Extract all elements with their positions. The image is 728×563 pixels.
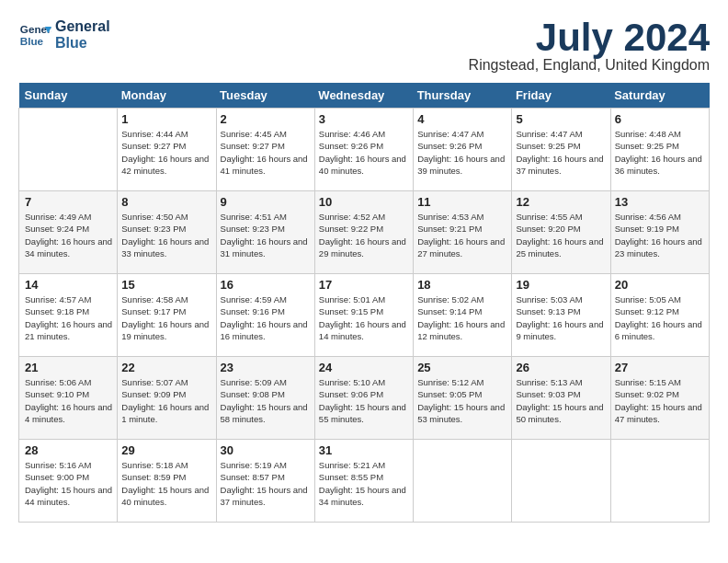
day-info: Sunrise: 5:16 AM Sunset: 9:00 PM Dayligh… bbox=[25, 459, 113, 508]
weekday-header-monday: Monday bbox=[118, 83, 216, 109]
day-number: 26 bbox=[516, 361, 606, 374]
week-row-1: 1 Sunrise: 4:44 AM Sunset: 9:27 PM Dayli… bbox=[19, 109, 710, 191]
day-number: 25 bbox=[417, 361, 507, 374]
day-number: 13 bbox=[615, 195, 705, 209]
calendar-cell: 1 Sunrise: 4:44 AM Sunset: 9:27 PM Dayli… bbox=[118, 109, 216, 191]
day-info: Sunrise: 4:59 AM Sunset: 9:16 PM Dayligh… bbox=[221, 293, 311, 342]
day-info: Sunrise: 4:44 AM Sunset: 9:27 PM Dayligh… bbox=[121, 128, 211, 177]
day-info: Sunrise: 4:53 AM Sunset: 9:21 PM Dayligh… bbox=[417, 211, 507, 259]
weekday-header-thursday: Thursday bbox=[414, 83, 512, 109]
svg-text:Blue: Blue bbox=[20, 35, 44, 47]
calendar-cell bbox=[610, 440, 709, 523]
day-number: 16 bbox=[221, 278, 311, 292]
day-number: 30 bbox=[221, 443, 311, 457]
day-info: Sunrise: 4:49 AM Sunset: 9:24 PM Dayligh… bbox=[25, 211, 113, 259]
day-number: 5 bbox=[516, 112, 606, 126]
calendar-cell: 21 Sunrise: 5:06 AM Sunset: 9:10 PM Dayl… bbox=[19, 357, 118, 440]
calendar-cell: 12 Sunrise: 4:55 AM Sunset: 9:20 PM Dayl… bbox=[512, 191, 610, 274]
day-number: 10 bbox=[319, 195, 409, 209]
calendar-cell: 30 Sunrise: 5:19 AM Sunset: 8:57 PM Dayl… bbox=[216, 440, 314, 523]
day-number: 18 bbox=[417, 278, 507, 292]
day-info: Sunrise: 5:09 AM Sunset: 9:08 PM Dayligh… bbox=[221, 376, 311, 425]
calendar-cell: 8 Sunrise: 4:50 AM Sunset: 9:23 PM Dayli… bbox=[118, 191, 216, 274]
day-info: Sunrise: 5:18 AM Sunset: 8:59 PM Dayligh… bbox=[121, 459, 211, 508]
calendar-cell bbox=[414, 440, 512, 523]
calendar-cell: 26 Sunrise: 5:13 AM Sunset: 9:03 PM Dayl… bbox=[512, 357, 610, 440]
day-info: Sunrise: 5:05 AM Sunset: 9:12 PM Dayligh… bbox=[615, 293, 705, 342]
day-info: Sunrise: 5:10 AM Sunset: 9:06 PM Dayligh… bbox=[319, 376, 409, 425]
day-info: Sunrise: 5:07 AM Sunset: 9:09 PM Dayligh… bbox=[121, 376, 211, 425]
day-number: 19 bbox=[516, 278, 606, 292]
week-row-2: 7 Sunrise: 4:49 AM Sunset: 9:24 PM Dayli… bbox=[19, 191, 710, 274]
day-info: Sunrise: 4:47 AM Sunset: 9:26 PM Dayligh… bbox=[417, 128, 507, 177]
day-number: 21 bbox=[25, 361, 113, 374]
day-info: Sunrise: 5:21 AM Sunset: 8:55 PM Dayligh… bbox=[319, 459, 409, 508]
calendar-cell bbox=[19, 109, 118, 191]
calendar-cell: 23 Sunrise: 5:09 AM Sunset: 9:08 PM Dayl… bbox=[216, 357, 314, 440]
calendar-cell: 20 Sunrise: 5:05 AM Sunset: 9:12 PM Dayl… bbox=[610, 274, 709, 357]
logo-general: General bbox=[55, 18, 110, 35]
day-number: 20 bbox=[615, 278, 705, 292]
day-info: Sunrise: 4:52 AM Sunset: 9:22 PM Dayligh… bbox=[319, 211, 409, 259]
week-row-5: 28 Sunrise: 5:16 AM Sunset: 9:00 PM Dayl… bbox=[19, 440, 710, 523]
calendar-cell: 27 Sunrise: 5:15 AM Sunset: 9:02 PM Dayl… bbox=[610, 357, 709, 440]
week-row-3: 14 Sunrise: 4:57 AM Sunset: 9:18 PM Dayl… bbox=[19, 274, 710, 357]
day-info: Sunrise: 4:55 AM Sunset: 9:20 PM Dayligh… bbox=[516, 211, 606, 259]
location-subtitle: Ringstead, England, United Kingdom bbox=[469, 57, 710, 74]
day-info: Sunrise: 4:46 AM Sunset: 9:26 PM Dayligh… bbox=[319, 128, 409, 177]
day-number: 24 bbox=[319, 361, 409, 374]
day-info: Sunrise: 5:06 AM Sunset: 9:10 PM Dayligh… bbox=[25, 376, 113, 425]
day-info: Sunrise: 4:57 AM Sunset: 9:18 PM Dayligh… bbox=[25, 293, 113, 342]
calendar-cell: 18 Sunrise: 5:02 AM Sunset: 9:14 PM Dayl… bbox=[414, 274, 512, 357]
calendar-cell: 5 Sunrise: 4:47 AM Sunset: 9:25 PM Dayli… bbox=[512, 109, 610, 191]
logo-icon: General Blue bbox=[18, 18, 51, 52]
month-year-title: July 2024 bbox=[469, 18, 710, 57]
calendar-cell: 13 Sunrise: 4:56 AM Sunset: 9:19 PM Dayl… bbox=[610, 191, 709, 274]
day-number: 11 bbox=[417, 195, 507, 209]
day-info: Sunrise: 5:01 AM Sunset: 9:15 PM Dayligh… bbox=[319, 293, 409, 342]
calendar-cell: 22 Sunrise: 5:07 AM Sunset: 9:09 PM Dayl… bbox=[118, 357, 216, 440]
day-number: 22 bbox=[121, 361, 211, 374]
day-number: 1 bbox=[121, 112, 211, 126]
week-row-4: 21 Sunrise: 5:06 AM Sunset: 9:10 PM Dayl… bbox=[19, 357, 710, 440]
day-info: Sunrise: 4:58 AM Sunset: 9:17 PM Dayligh… bbox=[121, 293, 211, 342]
day-info: Sunrise: 4:47 AM Sunset: 9:25 PM Dayligh… bbox=[516, 128, 606, 177]
day-info: Sunrise: 5:19 AM Sunset: 8:57 PM Dayligh… bbox=[221, 459, 311, 508]
logo-blue: Blue bbox=[55, 35, 110, 52]
calendar-cell: 24 Sunrise: 5:10 AM Sunset: 9:06 PM Dayl… bbox=[314, 357, 413, 440]
day-number: 6 bbox=[615, 112, 705, 126]
day-number: 17 bbox=[319, 278, 409, 292]
calendar-cell: 2 Sunrise: 4:45 AM Sunset: 9:27 PM Dayli… bbox=[216, 109, 314, 191]
day-number: 7 bbox=[25, 195, 113, 209]
day-info: Sunrise: 4:56 AM Sunset: 9:19 PM Dayligh… bbox=[615, 211, 705, 259]
day-number: 15 bbox=[121, 278, 211, 292]
weekday-header-row: SundayMondayTuesdayWednesdayThursdayFrid… bbox=[19, 83, 710, 109]
calendar-cell: 10 Sunrise: 4:52 AM Sunset: 9:22 PM Dayl… bbox=[314, 191, 413, 274]
weekday-header-tuesday: Tuesday bbox=[216, 83, 314, 109]
day-number: 8 bbox=[121, 195, 211, 209]
calendar-cell bbox=[512, 440, 610, 523]
day-number: 14 bbox=[25, 278, 113, 292]
day-number: 12 bbox=[516, 195, 606, 209]
logo: General Blue General Blue bbox=[18, 18, 110, 52]
calendar-cell: 28 Sunrise: 5:16 AM Sunset: 9:00 PM Dayl… bbox=[19, 440, 118, 523]
title-area: July 2024 Ringstead, England, United Kin… bbox=[469, 18, 710, 74]
day-info: Sunrise: 4:50 AM Sunset: 9:23 PM Dayligh… bbox=[121, 211, 211, 259]
day-number: 31 bbox=[319, 443, 409, 457]
page-header: General Blue General Blue July 2024 Ring… bbox=[18, 18, 710, 74]
weekday-header-sunday: Sunday bbox=[19, 83, 118, 109]
weekday-header-friday: Friday bbox=[512, 83, 610, 109]
day-number: 9 bbox=[221, 195, 311, 209]
day-info: Sunrise: 4:51 AM Sunset: 9:23 PM Dayligh… bbox=[221, 211, 311, 259]
calendar-cell: 4 Sunrise: 4:47 AM Sunset: 9:26 PM Dayli… bbox=[414, 109, 512, 191]
calendar-cell: 11 Sunrise: 4:53 AM Sunset: 9:21 PM Dayl… bbox=[414, 191, 512, 274]
day-number: 28 bbox=[25, 443, 113, 457]
day-info: Sunrise: 5:15 AM Sunset: 9:02 PM Dayligh… bbox=[615, 376, 705, 425]
calendar-cell: 15 Sunrise: 4:58 AM Sunset: 9:17 PM Dayl… bbox=[118, 274, 216, 357]
calendar-cell: 7 Sunrise: 4:49 AM Sunset: 9:24 PM Dayli… bbox=[19, 191, 118, 274]
day-number: 27 bbox=[615, 361, 705, 374]
calendar-cell: 19 Sunrise: 5:03 AM Sunset: 9:13 PM Dayl… bbox=[512, 274, 610, 357]
calendar-cell: 14 Sunrise: 4:57 AM Sunset: 9:18 PM Dayl… bbox=[19, 274, 118, 357]
day-number: 2 bbox=[221, 112, 311, 126]
calendar-cell: 6 Sunrise: 4:48 AM Sunset: 9:25 PM Dayli… bbox=[610, 109, 709, 191]
